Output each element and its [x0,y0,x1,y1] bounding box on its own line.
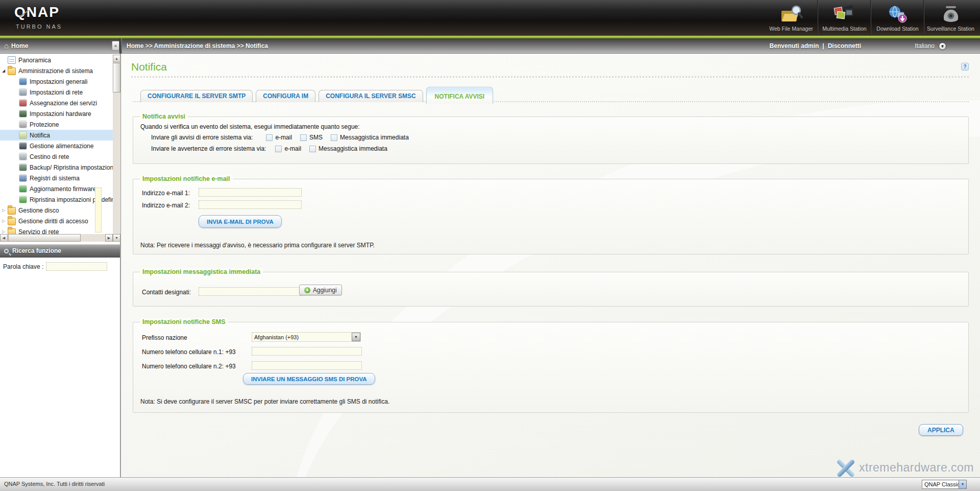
contacts-row: Contatti designati: [142,289,191,296]
multimedia-station-icon [833,4,856,25]
page-title: Notifica [131,61,167,73]
tab-configura-il-server-smsc[interactable]: CONFIGURA IL SERVER SMSC [318,90,423,102]
panel-splitter[interactable] [119,38,122,54]
row-label: Inviare le avvertenze di errore sistema … [151,145,266,152]
tab-notifica-avvisi[interactable]: NOTIFICA AVVISI [426,87,494,104]
system-logs-icon [19,175,27,181]
overview-icon [8,57,15,63]
sidebar-item-impostazioni-generali[interactable]: Impostazioni generali [0,76,113,87]
theme-selector[interactable]: QNAP Classic [922,480,967,489]
surveillance-station-shortcut[interactable]: Surveillance Station [924,0,977,34]
language-label: Italiano [915,42,935,50]
email-1-input[interactable] [199,188,302,197]
tree-expand-icon[interactable] [2,229,7,234]
toolbar: Home Home >> Amministrazione di sistema … [0,38,980,54]
station-label: Multimedia Station [822,26,866,32]
notification-icon [19,132,27,138]
phone-1-input[interactable] [252,347,362,356]
language-selector[interactable]: Italiano [915,38,946,54]
add-contact-button[interactable]: Aggiungi [299,285,342,295]
scrollbar-thumb[interactable] [8,234,81,242]
tab-configurare-il-server-smtp[interactable]: CONFIGURARE IL SERVER SMTP [140,90,253,102]
station-shortcuts: Web File Manager Multimedia Station [765,0,977,36]
logout-link[interactable]: Disconnetti [828,38,861,54]
phone-1-row: Numero telefono cellulare n.1: +93 [142,348,236,356]
firmware-update-icon [19,185,27,192]
checkbox-error-im[interactable]: Messaggistica immediata [331,134,409,141]
welcome-text: Benvenuti admin [770,38,819,54]
web-file-manager-icon [779,4,803,25]
user-session-area: Benvenuti admin | Disconnetti [770,38,861,54]
email-2-input[interactable] [199,200,302,209]
sidebar-item-impostazioni-hardware[interactable]: Impostazioni hardware [0,108,113,119]
apply-button[interactable]: APPLICA [919,424,963,436]
scroll-up-icon[interactable] [113,55,120,62]
breadcrumb: Home >> Amministrazione di sistema >> No… [127,38,268,54]
scrollbar-thumb[interactable] [113,63,120,92]
tooltip-fragment [95,188,102,232]
power-icon [19,143,27,149]
sidebar-collapse-button[interactable] [112,41,119,51]
sidebar-item-cestino-di-rete[interactable]: Cestino di rete [0,151,113,162]
tree-expand-icon[interactable] [2,208,7,213]
sidebar-item-protezione[interactable]: Protezione [0,119,113,130]
tree-vertical-scrollbar[interactable] [113,55,120,242]
tree-expand-icon[interactable] [2,219,7,223]
section-legend: Impostazioni messaggistica immediata [140,268,263,275]
checkbox-icon[interactable] [275,146,282,152]
checkbox-icon[interactable] [266,134,273,141]
send-test-sms-button[interactable]: INVIARE UN MESSAGGIO SMS DI PROVA [243,373,375,385]
checkbox-icon[interactable] [331,134,337,141]
tab-configura-im[interactable]: CONFIGURA IM [256,90,315,102]
services-icon [19,100,27,106]
sidebar-item-amministrazione-di-sistema[interactable]: Amministrazione di sistema [0,65,113,76]
sidebar-item-assegnazione-dei-servizi[interactable]: Assegnazione dei servizi [0,98,113,108]
turbo-nas-label: TURBO NAS [16,24,62,30]
sidebar-item-panoramica[interactable]: Panoramica [0,55,113,65]
checkbox-error-sms[interactable]: SMS [300,134,323,141]
download-station-icon [886,4,910,25]
email-2-row: Indirizzo e-mail 2: [142,202,190,209]
scroll-down-icon[interactable] [113,234,120,242]
watermark-text: xtremehardware.com [859,461,974,475]
email-notification-section: Impostazioni notifiche e-mail Indirizzo … [133,179,969,254]
keyword-label: Parola chiave : [3,263,43,270]
watermark: xtremehardware.com [836,457,974,477]
checkbox-warning-im[interactable]: Messaggistica immediata [309,145,387,152]
alert-error-row: Inviare gli avvisi di errore sistema via… [151,134,409,141]
email-1-row: Indirizzo e-mail 1: [142,190,190,197]
checkbox-error-email[interactable]: e-mail [266,134,292,141]
chevron-down-icon [352,333,360,341]
checkbox-warning-email[interactable]: e-mail [275,145,301,152]
sidebar-item-notifica[interactable]: Notifica [0,130,113,141]
send-test-email-button[interactable]: INVIA E-MAIL DI PROVA [199,215,282,228]
phone-2-input[interactable] [252,361,362,370]
chevron-down-icon [939,42,946,50]
sidebar-item-backup-ripristina[interactable]: Backup/ Ripristina impostazioni [0,162,113,173]
checkbox-icon[interactable] [300,134,307,141]
tab-strip: CONFIGURARE IL SERVER SMTP CONFIGURA IM … [140,85,493,102]
web-file-manager-shortcut[interactable]: Web File Manager [765,0,818,34]
sidebar-item-registri-di-sistema[interactable]: Registri di sistema [0,173,113,183]
open-folder-icon [8,68,15,75]
scroll-left-icon[interactable] [0,234,8,242]
hardware-icon [19,110,27,117]
security-lock-icon [19,121,27,128]
scroll-right-icon[interactable] [105,234,113,242]
keyword-input[interactable] [46,262,107,271]
designated-contacts-input[interactable] [199,287,302,296]
country-prefix-select[interactable]: Afghanistan (+93) [252,332,361,342]
surveillance-station-icon [939,4,963,25]
sidebar-item-impostazioni-di-rete[interactable]: Impostazioni di rete [0,87,113,98]
sidebar-item-gestione-alimentazione[interactable]: Gestione alimentazione [0,141,113,151]
general-settings-icon [19,78,27,85]
download-station-shortcut[interactable]: Download Station [871,0,924,34]
multimedia-station-shortcut[interactable]: Multimedia Station [818,0,871,34]
row-label: Inviare gli avvisi di errore sistema via… [151,134,253,141]
checkbox-icon[interactable] [309,146,316,152]
station-label: Surveillance Station [927,26,974,32]
tree-horizontal-scrollbar[interactable] [0,234,113,242]
restore-defaults-icon [19,196,27,203]
help-icon[interactable] [961,63,969,71]
tree-collapse-icon[interactable] [2,68,7,73]
